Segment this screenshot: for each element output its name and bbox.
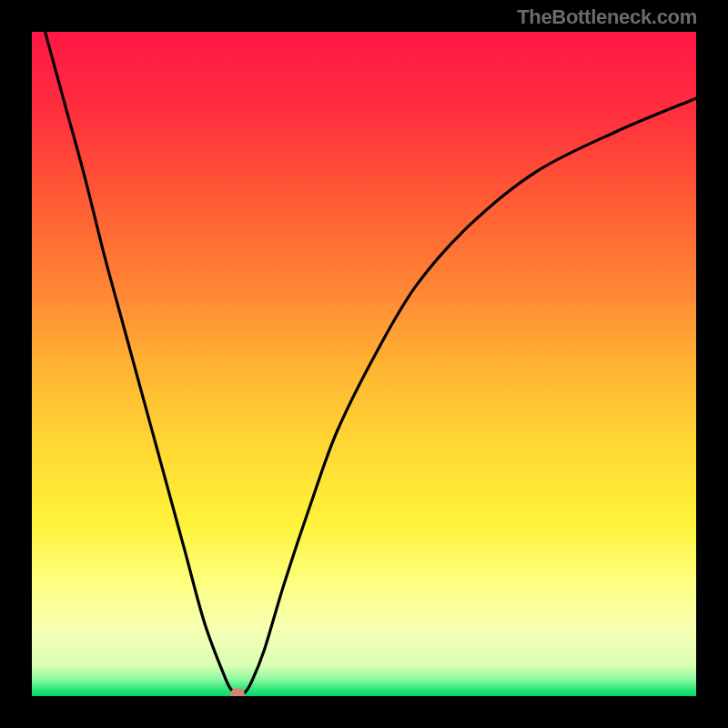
- bottleneck-curve: [32, 32, 696, 696]
- optimal-point-marker: [230, 688, 245, 696]
- chart-container: TheBottleneck.com: [0, 0, 728, 728]
- watermark-text: TheBottleneck.com: [517, 5, 697, 29]
- plot-area: [32, 32, 696, 696]
